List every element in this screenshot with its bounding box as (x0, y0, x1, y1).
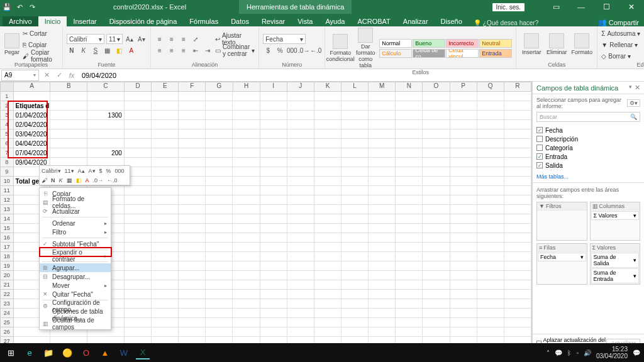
cell-E10[interactable] (152, 177, 179, 186)
cell-O4[interactable] (423, 120, 450, 129)
cell-O25[interactable] (423, 318, 450, 327)
cell-G26[interactable] (206, 327, 233, 337)
cell-D21[interactable] (125, 280, 152, 290)
cell-R23[interactable] (504, 299, 531, 309)
cell-Q4[interactable] (477, 120, 504, 129)
cell-M10[interactable] (369, 177, 396, 186)
tab-insertar[interactable]: Insertar (67, 16, 103, 26)
cell-O13[interactable] (423, 205, 450, 214)
row-header-16[interactable]: 16 (0, 233, 14, 243)
cell-M22[interactable] (369, 290, 396, 299)
cell-P13[interactable] (450, 205, 477, 214)
cell-Q9[interactable] (477, 167, 504, 177)
cell-O17[interactable] (423, 243, 450, 252)
cell-I6[interactable] (260, 139, 287, 148)
cell-N10[interactable] (396, 177, 423, 186)
cell-G2[interactable] (206, 101, 233, 111)
clear-button[interactable]: ◇Borrar ▾ (601, 51, 640, 61)
row-header-8[interactable]: 8 (0, 158, 14, 167)
mini-brush-icon[interactable]: 🖌 (40, 176, 48, 184)
cell-O21[interactable] (423, 280, 450, 290)
field-Fecha[interactable]: ✓Fecha (536, 126, 640, 134)
cell-L26[interactable] (341, 327, 369, 337)
cell-A6[interactable]: 04/04/2020 (14, 139, 51, 148)
cell-E16[interactable] (152, 233, 179, 243)
style-cell[interactable]: Celda de co... (413, 49, 445, 58)
mini-fontcolor-icon[interactable]: A (84, 176, 91, 184)
cell-H8[interactable] (233, 158, 260, 167)
cell-A4[interactable]: 02/04/2020 (14, 120, 51, 129)
cell-N5[interactable] (396, 129, 423, 139)
mini-toolbar[interactable]: Calibri ▾ 11 ▾ A▴ A▾ $ % 000 🖌 N K ▦ ◧ A… (39, 165, 130, 185)
cell-H9[interactable] (233, 167, 260, 177)
cell-J16[interactable] (287, 233, 314, 243)
cell-Q22[interactable] (477, 290, 504, 299)
autosum-button[interactable]: ΣAutosuma ▾ (601, 28, 640, 38)
cell-L1[interactable] (341, 92, 369, 101)
cell-H24[interactable] (233, 309, 260, 318)
cell-I10[interactable] (260, 177, 287, 186)
cell-L5[interactable] (341, 129, 369, 139)
cell-H20[interactable] (233, 271, 260, 280)
cell-E20[interactable] (152, 271, 179, 280)
cell-O2[interactable] (423, 101, 450, 111)
wrap-text-button[interactable]: ↩Ajustar texto (215, 34, 255, 44)
cell-O10[interactable] (423, 177, 450, 186)
decrease-font-icon[interactable]: A▾ (136, 34, 147, 44)
redo-icon[interactable]: ↷ (28, 3, 36, 11)
cell-N20[interactable] (396, 271, 423, 280)
cell-G10[interactable] (206, 177, 233, 186)
cell-F5[interactable] (179, 129, 206, 139)
cell-J17[interactable] (287, 243, 314, 252)
cell-F3[interactable] (179, 111, 206, 120)
fieldpane-dropdown-icon[interactable]: ▾ (629, 84, 632, 92)
cell-I21[interactable] (260, 280, 287, 290)
style-cell[interactable]: Neutral (479, 39, 512, 48)
taskbar-opera-icon[interactable]: O (79, 346, 93, 359)
cell-R15[interactable] (504, 224, 531, 233)
cell-K16[interactable] (314, 233, 341, 243)
cell-P22[interactable] (450, 290, 477, 299)
cell-K11[interactable] (314, 186, 341, 195)
format-as-table-button[interactable]: Dar formato como tabla (354, 28, 377, 69)
align-top-icon[interactable]: ≡ (155, 34, 165, 44)
cell-O11[interactable] (423, 186, 450, 195)
tab-datos[interactable]: Datos (225, 16, 255, 26)
cell-E22[interactable] (152, 290, 179, 299)
cell-P9[interactable] (450, 167, 477, 177)
cell-G20[interactable] (206, 271, 233, 280)
taskbar-chrome-icon[interactable]: 🟡 (60, 346, 74, 359)
cell-N11[interactable] (396, 186, 423, 195)
cell-C4[interactable] (87, 120, 125, 129)
row-header-6[interactable]: 6 (0, 139, 14, 148)
cell-L22[interactable] (341, 290, 369, 299)
cell-O6[interactable] (423, 139, 450, 148)
cell-L24[interactable] (341, 309, 369, 318)
col-header-K[interactable]: K (314, 82, 341, 92)
cell-N7[interactable] (396, 148, 423, 158)
currency-icon[interactable]: $ (263, 45, 273, 55)
cell-M17[interactable] (369, 243, 396, 252)
cell-R8[interactable] (504, 158, 531, 167)
cell-C3[interactable]: 1300 (87, 111, 125, 120)
field-list[interactable]: ✓FechaDescripciónCategoría✓Entrada✓Salid… (533, 124, 644, 171)
cell-J2[interactable] (287, 101, 314, 111)
cell-C2[interactable] (87, 101, 125, 111)
cell-G8[interactable] (206, 158, 233, 167)
col-header-B[interactable]: B (50, 82, 87, 92)
row-header-4[interactable]: 4 (0, 120, 14, 129)
fieldpane-search[interactable]: Buscar 🔍 (536, 112, 640, 122)
cell-N22[interactable] (396, 290, 423, 299)
cell-D23[interactable] (125, 299, 152, 309)
tray-clock[interactable]: 15:2303/04/2020 (596, 346, 628, 359)
cell-D11[interactable] (125, 186, 152, 195)
cell-F8[interactable] (179, 158, 206, 167)
cell-L11[interactable] (341, 186, 369, 195)
col-header-L[interactable]: L (341, 82, 369, 92)
tab-formulas[interactable]: Fórmulas (183, 16, 225, 26)
cell-K2[interactable] (314, 101, 341, 111)
row-header-9[interactable]: 9 (0, 167, 14, 177)
cell-E5[interactable] (152, 129, 179, 139)
cell-L18[interactable] (341, 252, 369, 261)
cell-L10[interactable] (341, 177, 369, 186)
